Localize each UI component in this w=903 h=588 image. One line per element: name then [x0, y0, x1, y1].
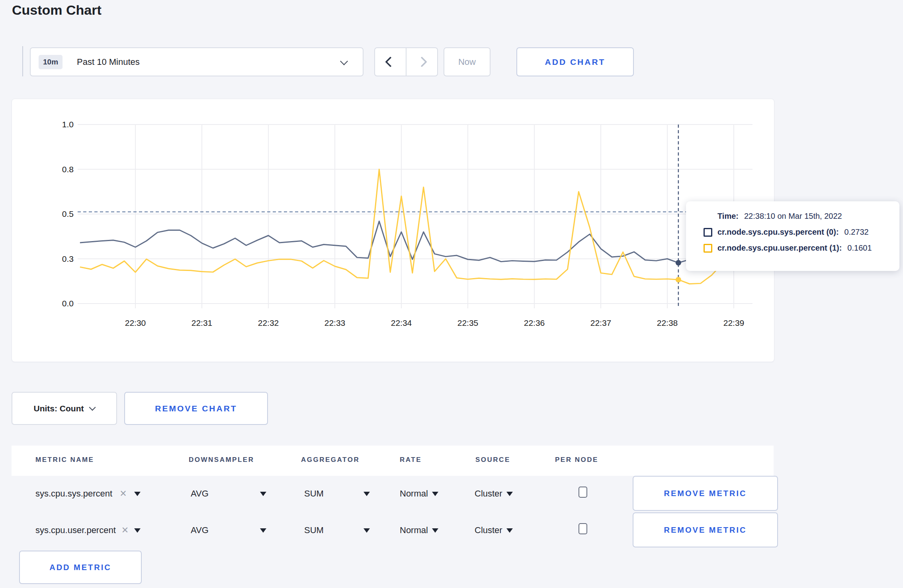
source-value: Cluster: [475, 489, 502, 499]
y-axis-tick-label: 0.5: [42, 209, 74, 219]
chevron-down-icon: [340, 57, 348, 65]
rate-value: Normal: [400, 525, 428, 535]
tooltip-time-label: Time:: [717, 212, 739, 221]
rate-select[interactable]: Normal: [400, 512, 438, 548]
caret-down-icon: [134, 492, 141, 496]
caret-down-icon: [260, 528, 266, 533]
tooltip-time-value: 22:38:10 on Mar 15th, 2022: [744, 212, 842, 221]
prev-window-button[interactable]: [375, 48, 407, 76]
remove-metric-button[interactable]: REMOVE METRIC: [633, 512, 778, 547]
downsampler-value: AVG: [191, 525, 209, 535]
aggregator-value: SUM: [304, 489, 324, 499]
caret-down-icon: [260, 492, 266, 496]
rate-value: Normal: [400, 489, 428, 499]
aggregator-select[interactable]: SUM: [304, 512, 370, 548]
downsampler-select[interactable]: AVG: [191, 476, 266, 512]
units-label: Units: Count: [34, 404, 84, 413]
metric-name-select[interactable]: sys.cpu.user.percent ✕: [35, 512, 141, 548]
tooltip-series-label: cr.node.sys.cpu.user.percent (1):: [717, 243, 842, 253]
custom-chart-page: Custom Chart 10m Past 10 Minutes Now ADD…: [0, 0, 903, 588]
x-axis-tick-label: 22:38: [643, 318, 691, 328]
chart-tooltip: Time: 22:38:10 on Mar 15th, 2022 cr.node…: [686, 201, 899, 271]
table-row: sys.cpu.sys.percent ✕ AVG SUM Normal Clu…: [12, 476, 774, 512]
column-header-metric-name: METRIC NAME: [35, 456, 94, 464]
metric-name-value: sys.cpu.sys.percent: [35, 489, 112, 499]
source-value: Cluster: [475, 525, 502, 535]
column-header-rate: RATE: [400, 456, 422, 464]
column-header-aggregator: AGGREGATOR: [301, 456, 360, 464]
add-metric-button[interactable]: ADD METRIC: [19, 551, 142, 584]
column-header-per-node: PER NODE: [555, 456, 598, 464]
time-window-arrows: [374, 47, 438, 76]
x-axis-tick-label: 22:36: [510, 318, 558, 328]
now-button[interactable]: Now: [444, 47, 491, 76]
source-select[interactable]: Cluster: [475, 512, 513, 548]
caret-down-icon: [432, 492, 438, 496]
x-axis-tick-label: 22:37: [577, 318, 625, 328]
time-range-label: Past 10 Minutes: [77, 57, 140, 67]
next-window-button[interactable]: [407, 48, 437, 76]
series-swatch-icon: [704, 244, 712, 253]
y-axis-tick-label: 1.0: [42, 120, 74, 129]
tooltip-series-row: cr.node.sys.cpu.user.percent (1): 0.1601: [704, 243, 899, 253]
downsampler-value: AVG: [191, 489, 209, 499]
y-axis-tick-label: 0.3: [42, 254, 74, 264]
caret-down-icon: [364, 492, 370, 496]
y-axis-tick-label: 0.0: [42, 299, 74, 308]
page-title: Custom Chart: [12, 2, 102, 18]
tooltip-series-label: cr.node.sys.cpu.sys.percent (0):: [717, 228, 839, 237]
caret-down-icon: [506, 492, 513, 496]
time-range-dropdown[interactable]: 10m Past 10 Minutes: [30, 47, 364, 76]
chevron-left-icon: [385, 56, 396, 67]
column-header-downsampler: DOWNSAMPLER: [189, 456, 254, 464]
aggregator-value: SUM: [304, 525, 324, 535]
chevron-down-icon: [89, 404, 96, 411]
x-axis-tick-label: 22:34: [377, 318, 425, 328]
y-axis-tick-label: 0.8: [42, 165, 74, 174]
series-swatch-icon: [704, 228, 712, 237]
downsampler-select[interactable]: AVG: [191, 512, 266, 548]
metrics-table-header: METRIC NAME DOWNSAMPLER AGGREGATOR RATE …: [12, 446, 774, 476]
remove-chart-button[interactable]: REMOVE CHART: [124, 392, 268, 425]
x-axis-tick-label: 22:31: [178, 318, 226, 328]
table-row: sys.cpu.user.percent ✕ AVG SUM Normal Cl…: [12, 512, 774, 548]
rate-select[interactable]: Normal: [400, 476, 438, 512]
x-axis-tick-label: 22:33: [311, 318, 359, 328]
add-chart-button[interactable]: ADD CHART: [516, 47, 634, 76]
tooltip-series-value: 0.2732: [844, 228, 869, 237]
chevron-right-icon: [416, 56, 427, 67]
x-axis-tick-label: 22:35: [444, 318, 492, 328]
tooltip-time-row: Time: 22:38:10 on Mar 15th, 2022: [704, 212, 899, 221]
clear-icon[interactable]: ✕: [121, 525, 129, 535]
tooltip-series-row: cr.node.sys.cpu.sys.percent (0): 0.2732: [704, 228, 899, 237]
x-axis-tick-label: 22:39: [710, 318, 758, 328]
clear-icon[interactable]: ✕: [119, 489, 127, 499]
column-header-source: SOURCE: [475, 456, 510, 464]
x-axis-tick-label: 22:30: [111, 318, 159, 328]
caret-down-icon: [506, 528, 513, 533]
aggregator-select[interactable]: SUM: [304, 476, 370, 512]
caret-down-icon: [364, 528, 370, 533]
remove-metric-button[interactable]: REMOVE METRIC: [633, 476, 778, 511]
caret-down-icon: [432, 528, 438, 533]
metric-name-value: sys.cpu.user.percent: [35, 525, 116, 535]
toolbar-divider: [22, 46, 23, 76]
per-node-checkbox[interactable]: [579, 523, 587, 534]
per-node-checkbox[interactable]: [579, 487, 587, 498]
units-dropdown[interactable]: Units: Count: [12, 392, 117, 425]
tooltip-series-value: 0.1601: [847, 243, 872, 253]
x-axis-tick-label: 22:32: [244, 318, 292, 328]
caret-down-icon: [134, 528, 141, 533]
metric-name-select[interactable]: sys.cpu.sys.percent ✕: [35, 476, 141, 512]
time-range-badge: 10m: [39, 55, 63, 69]
source-select[interactable]: Cluster: [475, 476, 513, 512]
